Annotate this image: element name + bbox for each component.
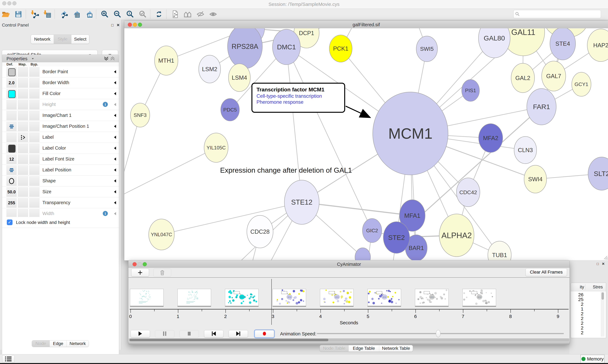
property-row-border-paint[interactable]: Border Paint: [2, 66, 119, 77]
def-cell[interactable]: [6, 165, 17, 175]
byp-cell[interactable]: [29, 155, 40, 164]
map-cell[interactable]: [18, 143, 28, 153]
def-cell[interactable]: [6, 89, 17, 99]
close-panel-icon[interactable]: ✕: [116, 23, 120, 27]
tab-node-table[interactable]: Node Table: [320, 345, 349, 351]
byp-cell[interactable]: [29, 143, 40, 153]
property-row-image-chart-1[interactable]: Image/Chart 1: [2, 110, 119, 121]
network-node-YIL105C[interactable]: YIL105C: [204, 133, 228, 162]
property-row-label-position[interactable]: Label Position: [2, 165, 119, 176]
network-node-CDC42[interactable]: CDC42: [456, 178, 480, 207]
property-row-fill-color[interactable]: Fill Color: [2, 88, 119, 99]
byp-cell[interactable]: [29, 187, 40, 197]
tab-network[interactable]: Network: [31, 35, 54, 44]
export-table-icon[interactable]: [71, 10, 81, 19]
timeline-playhead[interactable]: [271, 279, 272, 325]
play-button[interactable]: [131, 330, 150, 338]
tab-node[interactable]: Node: [32, 340, 50, 347]
table-cell-radiality[interactable]: 26: [571, 292, 583, 298]
byp-cell[interactable]: [29, 122, 40, 131]
map-cell[interactable]: [18, 100, 28, 109]
node-table-header[interactable]: ity Stres: [571, 283, 606, 291]
network-node-MCM1[interactable]: MCM1: [373, 92, 448, 175]
hide-selected-icon[interactable]: [196, 10, 205, 19]
skip-to-end-button[interactable]: [229, 330, 248, 338]
frame-thumbnail-0[interactable]: [130, 289, 164, 306]
default-value[interactable]: 50.0: [7, 190, 16, 195]
property-row-label-font-size[interactable]: 12 Label Font Size: [2, 154, 119, 165]
frame-thumbnail-1[interactable]: [178, 289, 211, 306]
network-node-LSM4[interactable]: LSM4: [228, 64, 250, 91]
map-cell[interactable]: [18, 165, 28, 175]
property-row-size[interactable]: 50.0 Size: [2, 186, 119, 197]
map-cell[interactable]: [18, 111, 28, 120]
network-node-CLN3[interactable]: CLN3: [514, 136, 537, 164]
network-node-GCY1[interactable]: GCY1: [572, 72, 591, 96]
network-node-GAL80[interactable]: GAL80: [479, 28, 510, 58]
expand-arrow-icon[interactable]: [114, 103, 116, 106]
search-input[interactable]: [521, 11, 599, 17]
network-node-FAR1[interactable]: FAR1: [527, 89, 556, 125]
expand-arrow-icon[interactable]: [114, 201, 116, 204]
animation-speed-slider[interactable]: [317, 333, 564, 334]
expand-arrow-icon[interactable]: [114, 114, 116, 117]
table-cell-radiality[interactable]: 2: [571, 330, 583, 335]
network-node-STE4[interactable]: STE4: [550, 28, 576, 60]
refresh-icon[interactable]: [154, 10, 163, 19]
map-cell[interactable]: [18, 67, 28, 77]
record-button[interactable]: [255, 330, 274, 338]
expand-arrow-icon[interactable]: [114, 81, 116, 84]
network-node-STE2[interactable]: STE2: [383, 222, 410, 253]
timeline-scrollbar[interactable]: [129, 338, 569, 341]
def-cell[interactable]: 50.0: [6, 187, 17, 197]
default-value[interactable]: 2.0: [7, 80, 16, 85]
def-cell[interactable]: 2.0: [6, 78, 17, 88]
network-node-SWI4[interactable]: SWI4: [524, 165, 547, 193]
node-table[interactable]: ity Stres 26252122222: [571, 283, 606, 338]
frame-thumbnail-6[interactable]: MCM: [415, 289, 449, 306]
byp-cell[interactable]: [29, 133, 40, 142]
skip-to-start-button[interactable]: [204, 330, 223, 338]
network-node-LSM2[interactable]: LSM2: [199, 55, 221, 83]
byp-cell[interactable]: [29, 176, 40, 186]
byp-cell[interactable]: [29, 100, 40, 109]
expand-arrow-icon[interactable]: [114, 147, 116, 150]
float-panel-icon[interactable]: □: [111, 23, 114, 27]
stop-button[interactable]: [180, 330, 199, 338]
table-cell-radiality[interactable]: 2: [571, 325, 583, 331]
table-scrollbar[interactable]: [601, 292, 605, 337]
expand-collapse-icons[interactable]: [104, 56, 115, 61]
network-node-HAP2[interactable]: HAP2: [587, 29, 608, 62]
property-row-border-width[interactable]: 2.0 Border Width: [2, 77, 119, 88]
table-cell-radiality[interactable]: 2: [571, 316, 583, 321]
frame-timeline[interactable]: 0123456789MCMMCMMCMMCMMCMMCM Seconds: [128, 278, 569, 330]
search-box[interactable]: [513, 10, 601, 18]
network-node-GIC2[interactable]: GIC2: [362, 219, 382, 243]
network-node-SLT2[interactable]: SLT2: [588, 157, 608, 190]
table-cell-radiality[interactable]: 1: [571, 306, 583, 312]
default-swatch[interactable]: [8, 90, 15, 98]
expand-arrow-icon[interactable]: [114, 70, 116, 73]
annotation-box[interactable]: Transcription factor MCM1 Cell-type-spec…: [251, 83, 345, 113]
properties-header[interactable]: Properties: [2, 55, 119, 63]
open-session-icon[interactable]: [1, 10, 10, 19]
table-cell-radiality[interactable]: 25: [571, 297, 583, 302]
network-node-PCK1[interactable]: PCK1: [329, 35, 352, 62]
table-cell-radiality[interactable]: 2: [571, 321, 583, 326]
byp-cell[interactable]: [29, 198, 40, 208]
map-cell[interactable]: [18, 78, 28, 88]
property-row-shape[interactable]: Shape: [2, 176, 119, 186]
default-swatch[interactable]: [8, 145, 15, 153]
resize-grip[interactable]: [604, 256, 608, 260]
network-node-smallclip[interactable]: [355, 248, 371, 260]
property-row-label-color[interactable]: Label Color: [2, 143, 119, 154]
network-node-ALPHA2[interactable]: ALPHA2: [439, 214, 474, 257]
delete-frame-button[interactable]: [153, 269, 171, 277]
network-node-CDC28[interactable]: CDC28: [247, 215, 273, 248]
expand-arrow-icon[interactable]: [114, 169, 116, 171]
frame-thumbnail-5[interactable]: MCM: [368, 289, 401, 306]
network-node-PDC5[interactable]: PDC5: [221, 99, 239, 121]
default-swatch[interactable]: [8, 68, 15, 76]
network-window-titlebar[interactable]: galFiltered.sif: [124, 21, 608, 28]
network-node-SNF3[interactable]: SNF3: [130, 103, 150, 127]
